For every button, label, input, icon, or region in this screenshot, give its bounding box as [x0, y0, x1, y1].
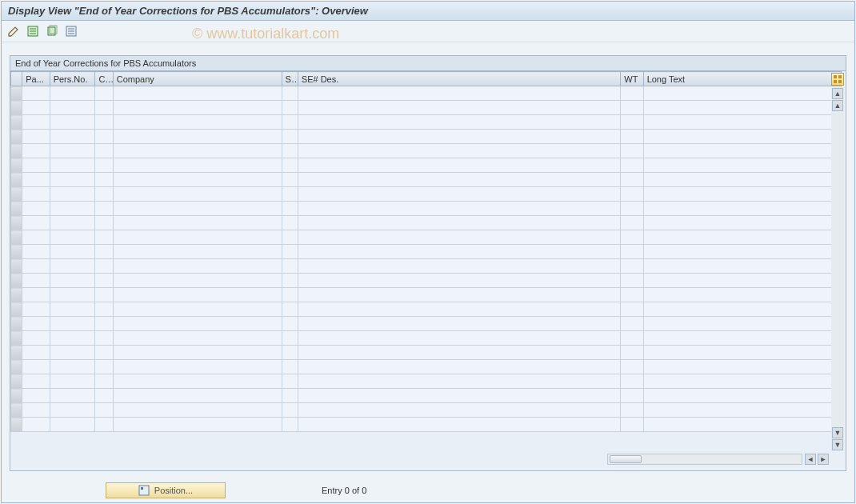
cell[interactable] [621, 230, 643, 245]
cell[interactable] [298, 245, 620, 259]
cell[interactable] [50, 360, 95, 374]
cell[interactable] [50, 274, 95, 288]
col-s[interactable]: S.. [282, 72, 298, 86]
cell[interactable] [282, 360, 298, 374]
cell[interactable] [22, 360, 50, 374]
cell[interactable] [282, 187, 298, 202]
cell[interactable] [621, 86, 643, 101]
cell[interactable] [643, 187, 841, 202]
cell[interactable] [95, 173, 113, 187]
cell[interactable] [621, 302, 643, 317]
scroll-right-icon[interactable]: ► [818, 454, 829, 465]
cell[interactable] [50, 346, 95, 360]
row-selector[interactable] [11, 418, 22, 432]
row-selector[interactable] [11, 389, 22, 403]
cell[interactable] [643, 173, 841, 187]
row-selector[interactable] [11, 245, 22, 259]
row-selector[interactable] [11, 115, 22, 130]
cell[interactable] [22, 245, 50, 259]
cell[interactable] [643, 101, 841, 115]
cell[interactable] [22, 288, 50, 302]
table-row[interactable] [11, 230, 842, 245]
cell[interactable] [643, 230, 841, 245]
row-selector[interactable] [11, 259, 22, 274]
cell[interactable] [282, 418, 298, 432]
cell[interactable] [113, 158, 282, 173]
row-selector[interactable] [11, 274, 22, 288]
cell[interactable] [282, 374, 298, 389]
cell[interactable] [95, 346, 113, 360]
cell[interactable] [298, 144, 620, 158]
cell[interactable] [298, 259, 620, 274]
cell[interactable] [95, 230, 113, 245]
cell[interactable] [113, 202, 282, 216]
cell[interactable] [298, 86, 620, 101]
cell[interactable] [643, 216, 841, 230]
hscroll-thumb[interactable] [610, 455, 642, 463]
cell[interactable] [22, 389, 50, 403]
cell[interactable] [113, 144, 282, 158]
scroll-down2-icon[interactable]: ▼ [832, 427, 843, 438]
cell[interactable] [113, 187, 282, 202]
cell[interactable] [282, 202, 298, 216]
cell[interactable] [50, 115, 95, 130]
cell[interactable] [621, 158, 643, 173]
cell[interactable] [621, 101, 643, 115]
col-c[interactable]: C.. [95, 72, 113, 86]
cell[interactable] [95, 101, 113, 115]
cell[interactable] [643, 403, 841, 418]
cell[interactable] [95, 86, 113, 101]
cell[interactable] [95, 418, 113, 432]
cell[interactable] [113, 346, 282, 360]
cell[interactable] [621, 317, 643, 331]
delete-entry-icon[interactable] [64, 24, 78, 38]
cell[interactable] [621, 216, 643, 230]
cell[interactable] [621, 245, 643, 259]
cell[interactable] [282, 230, 298, 245]
row-selector[interactable] [11, 144, 22, 158]
cell[interactable] [22, 274, 50, 288]
cell[interactable] [50, 187, 95, 202]
cell[interactable] [113, 389, 282, 403]
scroll-up-icon[interactable]: ▲ [832, 88, 843, 99]
cell[interactable] [298, 187, 620, 202]
cell[interactable] [298, 389, 620, 403]
cell[interactable] [282, 216, 298, 230]
cell[interactable] [643, 346, 841, 360]
cell[interactable] [643, 274, 841, 288]
cell[interactable] [643, 302, 841, 317]
cell[interactable] [95, 288, 113, 302]
cell[interactable] [621, 374, 643, 389]
cell[interactable] [22, 158, 50, 173]
cell[interactable] [298, 202, 620, 216]
col-longtext[interactable]: Long Text [643, 72, 841, 86]
cell[interactable] [50, 288, 95, 302]
cell[interactable] [282, 403, 298, 418]
cell[interactable] [643, 130, 841, 144]
cell[interactable] [643, 115, 841, 130]
cell[interactable] [22, 130, 50, 144]
table-row[interactable] [11, 144, 842, 158]
cell[interactable] [282, 346, 298, 360]
row-selector[interactable] [11, 374, 22, 389]
cell[interactable] [621, 202, 643, 216]
cell[interactable] [113, 360, 282, 374]
cell[interactable] [282, 173, 298, 187]
cell[interactable] [50, 259, 95, 274]
cell[interactable] [50, 202, 95, 216]
row-selector[interactable] [11, 317, 22, 331]
cell[interactable] [621, 346, 643, 360]
table-row[interactable] [11, 374, 842, 389]
table-row[interactable] [11, 317, 842, 331]
cell[interactable] [50, 130, 95, 144]
cell[interactable] [298, 374, 620, 389]
cell[interactable] [50, 403, 95, 418]
cell[interactable] [113, 331, 282, 346]
cell[interactable] [643, 86, 841, 101]
cell[interactable] [95, 202, 113, 216]
cell[interactable] [298, 418, 620, 432]
cell[interactable] [113, 288, 282, 302]
cell[interactable] [298, 403, 620, 418]
cell[interactable] [22, 374, 50, 389]
row-selector-header[interactable] [11, 72, 22, 86]
